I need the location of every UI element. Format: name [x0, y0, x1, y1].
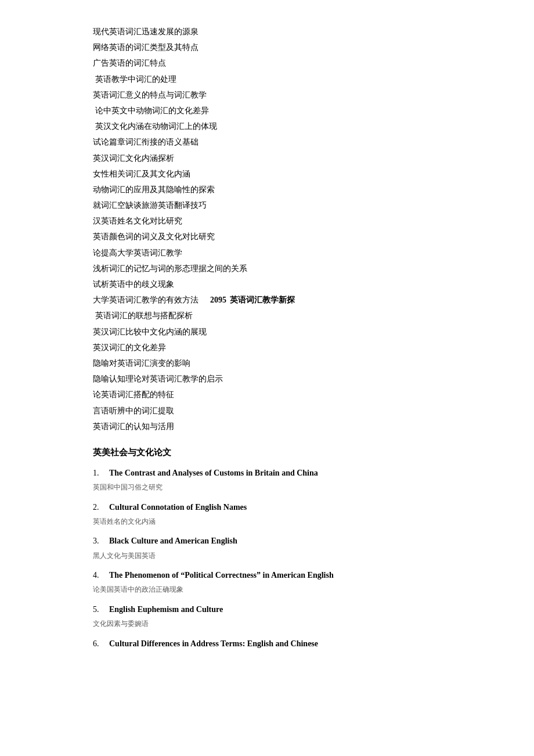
list-item: 汉英语姓名文化对比研究 — [93, 214, 441, 228]
list-item: 就词汇空缺谈旅游英语翻译技巧 — [93, 198, 441, 213]
list-item: 英语词汇意义的特点与词汇教学 — [93, 88, 441, 102]
list-item: 隐喻认知理论对英语词汇教学的启示 — [93, 372, 441, 386]
list-item: 英汉词汇的文化差异 — [93, 340, 441, 355]
entry-en-title: The Contrast and Analyses of Customs in … — [109, 466, 318, 480]
list-item: 动物词汇的应用及其隐喻性的探索 — [93, 182, 441, 197]
list-item: 现代英语词汇迅速发展的源泉 — [93, 24, 441, 39]
list-item: 英汉词汇比较中文化内涵的展现 — [93, 325, 441, 339]
entry-num: 1. — [93, 466, 109, 480]
entry-en-title: Black Culture and American English — [109, 534, 237, 548]
entry-en-title: English Euphemism and Culture — [109, 602, 223, 617]
entry-num: 5. — [93, 602, 109, 617]
entry-num: 6. — [93, 636, 109, 651]
numbered-item-6: 6. Cultural Differences in Address Terms… — [93, 636, 441, 651]
list-item: 言语听辨中的词汇提取 — [93, 404, 441, 418]
list-item: 英语词汇的联想与搭配探析 — [93, 308, 441, 323]
section-heading: 英美社会与文化论文 — [93, 444, 441, 460]
numbered-item-4: 4. The Phenomenon of “Political Correctn… — [93, 568, 441, 582]
list-item: 女性相关词汇及其文化内涵 — [93, 167, 441, 181]
main-content: 现代英语词汇迅速发展的源泉 网络英语的词汇类型及其特点 广告英语的词汇特点 英语… — [93, 24, 441, 651]
entry-cn-subtitle: 英国和中国习俗之研究 — [93, 481, 441, 494]
entry-en-title: Cultural Connotation of English Names — [109, 500, 247, 514]
entry-en-title: Cultural Differences in Address Terms: E… — [109, 636, 318, 651]
entry-num: 4. — [93, 568, 109, 582]
list-item: 试析英语中的歧义现象 — [93, 277, 441, 291]
entry-cn-subtitle: 英语姓名的文化内涵 — [93, 516, 441, 528]
list-item: 英语词汇的认知与活用 — [93, 419, 441, 434]
list-item: 英语颜色词的词义及文化对比研究 — [93, 229, 441, 244]
list-item: 试论篇章词汇衔接的语义基础 — [93, 135, 441, 149]
entry-cn-subtitle: 文化因素与委婉语 — [93, 618, 441, 631]
list-item: 隐喻对英语词汇演变的影响 — [93, 356, 441, 370]
list-item: 浅析词汇的记忆与词的形态理据之间的关系 — [93, 261, 441, 276]
entry-cn-subtitle: 论美国英语中的政治正确现象 — [93, 584, 441, 596]
list-item: 英汉文化内涵在动物词汇上的体现 — [93, 119, 441, 134]
list-item: 广告英语的词汇特点 — [93, 56, 441, 70]
list-item: 英汉词汇文化内涵探析 — [93, 151, 441, 165]
entry-en-title: The Phenomenon of “Political Correctness… — [109, 568, 334, 582]
numbered-item-1: 1. The Contrast and Analyses of Customs … — [93, 466, 441, 480]
numbered-item-5: 5. English Euphemism and Culture — [93, 602, 441, 617]
numbered-item-3: 3. Black Culture and American English — [93, 534, 441, 548]
list-item: 论中英文中动物词汇的文化差异 — [93, 103, 441, 118]
list-item: 论英语词汇搭配的特征 — [93, 387, 441, 402]
numbered-item-2: 2. Cultural Connotation of English Names — [93, 500, 441, 514]
inline-extra-num: 2095 — [210, 293, 226, 307]
list-item: 论提高大学英语词汇教学 — [93, 246, 441, 260]
entry-num: 3. — [93, 534, 109, 548]
inline-extra-title: 英语词汇教学新探 — [230, 293, 295, 307]
chinese-list: 现代英语词汇迅速发展的源泉 网络英语的词汇类型及其特点 广告英语的词汇特点 英语… — [93, 24, 441, 434]
entry-cn-subtitle: 黑人文化与美国英语 — [93, 550, 441, 563]
entry-num: 2. — [93, 500, 109, 514]
list-item: 网络英语的词汇类型及其特点 — [93, 40, 441, 55]
list-item-18: 大学英语词汇教学的有效方法 2095 英语词汇教学新探 — [93, 293, 441, 307]
list-item: 英语教学中词汇的处理 — [93, 72, 441, 87]
numbered-list: 1. The Contrast and Analyses of Customs … — [93, 466, 441, 651]
